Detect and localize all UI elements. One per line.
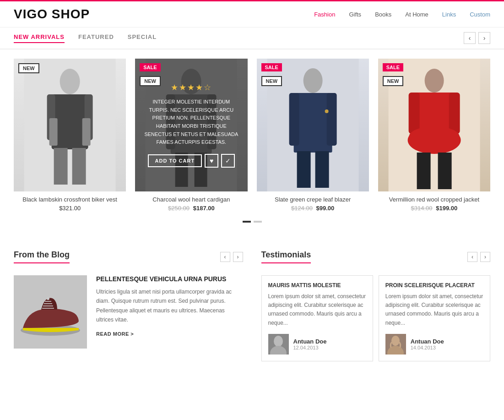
- nav-at-home[interactable]: At Home: [405, 11, 428, 18]
- main-nav: Fashion Gifts Books At Home Links Custom: [314, 11, 490, 18]
- product-price-3: $124.00 $99.00: [257, 205, 369, 212]
- author-name-1: Antuan Doe: [293, 338, 327, 345]
- nav-books[interactable]: Books: [375, 11, 391, 18]
- price-old-3: $124.00: [291, 205, 313, 212]
- product-info-4: Vermillion red wool cropped jacket $314.…: [378, 191, 490, 213]
- badge-new-4: NEW: [383, 76, 404, 86]
- nav-custom[interactable]: Custom: [470, 11, 490, 18]
- carousel-prev-arrow[interactable]: ‹: [464, 32, 476, 44]
- svg-point-23: [325, 109, 328, 113]
- badge-new-1: NEW: [18, 63, 39, 73]
- author-avatar-2: [385, 334, 406, 355]
- blog-content: PELLENTESQUE VEHICULA URNA PURUS Ultrici…: [96, 275, 243, 349]
- read-more-link[interactable]: READ MORE >: [96, 331, 134, 337]
- author-name-2: Antuan Doe: [411, 338, 444, 345]
- product-overlay-text-2: INTEGER MOLESTIE INTERDUM TURPIS. NEC SC…: [144, 98, 238, 147]
- testimonial-card-1: MAURIS MATTIS MOLESTIE Lorem ipsum dolor…: [261, 275, 373, 361]
- svg-rect-19: [289, 93, 299, 146]
- blog-title: From the Blog: [14, 250, 70, 263]
- testimonials-arrows: ‹ ›: [467, 252, 490, 262]
- svg-rect-8: [82, 118, 91, 146]
- svg-point-40: [47, 297, 49, 300]
- author-date-2: 14.04.2013: [411, 345, 444, 350]
- tab-featured[interactable]: FEATURED: [78, 33, 114, 43]
- site-logo: VIGO SHOP: [14, 7, 90, 22]
- testimonial-text-1: Lorem ipsum dolor sit amet, consectetur …: [268, 292, 366, 327]
- blog-post: PELLENTESQUE VEHICULA URNA PURUS Ultrici…: [14, 268, 243, 349]
- svg-point-45: [391, 336, 400, 346]
- product-image-1: NEW: [14, 59, 126, 191]
- testimonial-text-2: Lorem ipsum dolor sit amet, consectetur …: [385, 292, 483, 327]
- svg-rect-7: [49, 118, 58, 146]
- product-image-2: SALE NEW ★★★★☆ INTEGER MOLESTIE INTERDUM…: [135, 59, 247, 191]
- svg-point-42: [274, 336, 283, 347]
- products-section: NEW Black lambskin crossfront biker vest…: [0, 49, 504, 241]
- sub-nav: NEW ARRIVALS FEATURED SPECIAL ‹ ›: [0, 27, 504, 49]
- testimonials-header: Testimonials ‹ ›: [261, 250, 491, 263]
- svg-point-17: [303, 68, 322, 93]
- svg-rect-28: [449, 93, 460, 134]
- wishlist-button-2[interactable]: ♥: [205, 154, 218, 168]
- product-info-3: Slate green crepe leaf blazer $124.00 $9…: [257, 191, 369, 213]
- blog-post-text: Ultricies ligula sit amet nisi porta ull…: [96, 287, 243, 325]
- price-old-4: $314.00: [411, 205, 433, 212]
- product-card-4[interactable]: SALE NEW Vermillion red wool cropped jac…: [378, 59, 490, 213]
- product-name-3: Slate green crepe leaf blazer: [257, 196, 369, 203]
- price-current-1: $321.00: [59, 205, 81, 212]
- nav-fashion[interactable]: Fashion: [314, 11, 335, 18]
- product-card-1[interactable]: NEW Black lambskin crossfront biker vest…: [14, 59, 126, 213]
- product-stars-2: ★★★★☆: [171, 82, 212, 93]
- badge-new-3: NEW: [261, 76, 282, 86]
- product-price-1: $321.00: [14, 205, 126, 212]
- product-carousel-arrows: ‹ ›: [464, 32, 490, 44]
- svg-rect-20: [326, 93, 336, 146]
- badge-sale-4: SALE: [383, 63, 403, 71]
- product-image-3: SALE NEW: [257, 59, 369, 191]
- testimonial-card-2: PROIN SCELERISQUE PLACERAT Lorem ipsum d…: [379, 275, 490, 361]
- testimonials-grid: MAURIS MATTIS MOLESTIE Lorem ipsum dolor…: [261, 268, 491, 361]
- svg-rect-33: [438, 153, 451, 189]
- product-name-1: Black lambskin crossfront biker vest: [14, 196, 126, 203]
- tab-special[interactable]: SPECIAL: [128, 33, 157, 43]
- blog-next-arrow[interactable]: ›: [233, 252, 243, 262]
- carousel-dots: [14, 213, 490, 236]
- blog-section: From the Blog ‹ ›: [14, 250, 243, 361]
- product-price-4: $314.00 $199.00: [378, 205, 490, 212]
- product-info-2: Charcoal wool heart cardigan $250.00 $18…: [135, 191, 247, 213]
- price-new-2: $187.00: [193, 205, 215, 212]
- carousel-next-arrow[interactable]: ›: [478, 32, 490, 44]
- author-date-1: 12.04.2013: [293, 345, 327, 350]
- overlay-actions-2: ADD TO CART ♥ ✓: [148, 154, 235, 168]
- testimonial-heading-2: PROIN SCELERISQUE PLACERAT: [385, 282, 483, 289]
- svg-point-31: [407, 126, 461, 154]
- product-card-2[interactable]: SALE NEW ★★★★☆ INTEGER MOLESTIE INTERDUM…: [135, 59, 247, 213]
- blog-header: From the Blog ‹ ›: [14, 250, 243, 263]
- product-name-2: Charcoal wool heart cardigan: [135, 196, 247, 203]
- testimonials-prev-arrow[interactable]: ‹: [467, 252, 477, 262]
- nav-links[interactable]: Links: [442, 11, 456, 18]
- product-name-4: Vermillion red wool cropped jacket: [378, 196, 490, 203]
- svg-rect-21: [297, 151, 310, 188]
- add-to-cart-button-2[interactable]: ADD TO CART: [148, 154, 202, 167]
- testimonials-next-arrow[interactable]: ›: [480, 252, 490, 262]
- svg-rect-22: [315, 151, 329, 188]
- svg-rect-18: [293, 93, 332, 153]
- tab-new-arrivals[interactable]: NEW ARRIVALS: [14, 33, 65, 43]
- header: VIGO SHOP Fashion Gifts Books At Home Li…: [0, 1, 504, 27]
- carousel-dot-2[interactable]: [254, 221, 262, 223]
- price-new-3: $99.00: [316, 205, 335, 212]
- carousel-dot-1[interactable]: [243, 221, 251, 223]
- price-old-2: $250.00: [168, 205, 190, 212]
- badge-sale-3: SALE: [261, 63, 282, 71]
- product-info-1: Black lambskin crossfront biker vest $32…: [14, 191, 126, 213]
- product-card-3[interactable]: SALE NEW Slate green crepe leaf blazer $…: [257, 59, 369, 213]
- testimonial-heading-1: MAURIS MATTIS MOLESTIE: [268, 282, 366, 289]
- testimonials-title: Testimonials: [261, 250, 311, 263]
- badge-sale-2: SALE: [140, 63, 160, 71]
- nav-gifts[interactable]: Gifts: [349, 11, 361, 18]
- compare-button-2[interactable]: ✓: [221, 154, 235, 168]
- badge-new-2: NEW: [140, 76, 161, 86]
- blog-prev-arrow[interactable]: ‹: [220, 252, 230, 262]
- bottom-sections: From the Blog ‹ ›: [0, 241, 504, 371]
- svg-rect-32: [417, 153, 430, 189]
